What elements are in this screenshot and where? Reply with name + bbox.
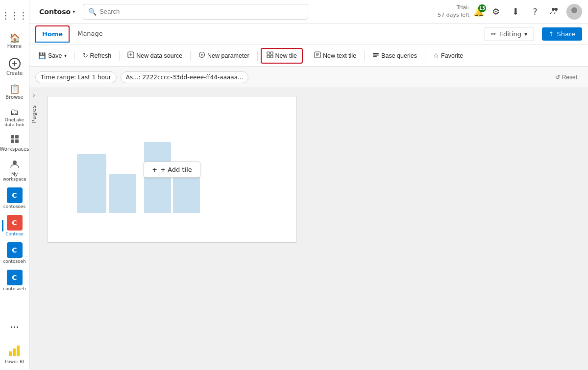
sidebar-item-label: OneLake data hub bbox=[4, 117, 25, 127]
svg-point-4 bbox=[13, 161, 17, 164]
svg-rect-21 bbox=[373, 56, 377, 57]
sidebar-item-create[interactable]: + Create bbox=[2, 55, 27, 78]
svg-point-8 bbox=[552, 8, 555, 11]
sidebar-item-contosoeh2[interactable]: C contosoeh bbox=[2, 268, 27, 293]
settings-button[interactable]: ⚙ bbox=[488, 4, 504, 20]
tab-manage[interactable]: Manage bbox=[70, 25, 111, 43]
refresh-label: Refresh bbox=[90, 52, 112, 59]
sidebar-item-grid[interactable]: ⋮⋮⋮ bbox=[2, 4, 27, 27]
new-tile-label: New tile bbox=[275, 52, 297, 59]
pages-chevron-icon: › bbox=[33, 92, 35, 99]
favorite-button[interactable]: ☆ Favorite bbox=[428, 48, 468, 64]
new-tile-icon bbox=[267, 51, 273, 60]
sidebar-item-label: Contoso bbox=[5, 231, 24, 236]
content-area: › Pages bbox=[29, 88, 588, 370]
download-icon: ⬇ bbox=[512, 6, 519, 17]
base-queries-button[interactable]: Base queries bbox=[368, 48, 422, 64]
base-queries-label: Base queries bbox=[381, 52, 417, 59]
sidebar-item-workspaces[interactable]: Workspaces bbox=[2, 131, 27, 155]
share-icon: ↑ bbox=[549, 30, 554, 38]
save-icon: 💾 bbox=[38, 52, 46, 59]
svg-rect-16 bbox=[267, 55, 270, 58]
page-header: Home Manage ✏ Editing ▾ ↑ Share bbox=[29, 23, 588, 45]
svg-rect-14 bbox=[267, 52, 270, 54]
sidebar-item-home[interactable]: 🏠 Home bbox=[2, 29, 27, 53]
download-button[interactable]: ⬇ bbox=[508, 4, 523, 20]
sidebar-item-label: contosoes bbox=[3, 204, 26, 209]
new-data-source-button[interactable]: New data source bbox=[122, 48, 187, 64]
tab-home-label: Home bbox=[42, 30, 63, 38]
contoso-avatar: C bbox=[7, 215, 23, 231]
new-parameter-icon bbox=[198, 51, 205, 60]
time-range-filter[interactable]: Time range: Last 1 hour bbox=[35, 71, 117, 83]
tab-home[interactable]: Home bbox=[35, 25, 70, 43]
svg-rect-19 bbox=[373, 53, 379, 54]
reset-icon: ↺ bbox=[555, 74, 560, 81]
share-label: Share bbox=[557, 30, 575, 38]
reset-label: Reset bbox=[562, 74, 577, 81]
trial-badge: Trial: 57 days left bbox=[438, 4, 469, 19]
user-avatar[interactable] bbox=[566, 4, 582, 20]
workspaces-icon bbox=[10, 134, 20, 145]
svg-rect-6 bbox=[13, 348, 16, 356]
toolbar-divider-7 bbox=[425, 51, 425, 61]
powerbi-icon bbox=[7, 343, 23, 358]
settings-icon: ⚙ bbox=[492, 6, 500, 17]
svg-point-9 bbox=[555, 8, 558, 11]
svg-rect-0 bbox=[11, 135, 14, 139]
sidebar: ⋮⋮⋮ 🏠 Home + Create 📋 Browse 🗂 OneLake d… bbox=[0, 0, 29, 370]
home-icon: 🏠 bbox=[9, 34, 20, 43]
contosoeh2-avatar: C bbox=[7, 270, 23, 285]
main-content: Contoso ▾ 🔍 Trial: 57 days left 🔔 15 ⚙ ⬇ bbox=[29, 0, 588, 370]
svg-rect-20 bbox=[373, 55, 379, 56]
reset-button[interactable]: ↺ Reset bbox=[550, 72, 582, 83]
share-people-button[interactable] bbox=[547, 4, 563, 20]
toolbar-divider-4 bbox=[257, 51, 258, 61]
workspace-selector[interactable]: Contoso ▾ bbox=[35, 6, 79, 18]
sidebar-more[interactable]: ••• bbox=[2, 315, 27, 339]
sidebar-item-label: Home bbox=[7, 44, 22, 49]
refresh-button[interactable]: ↻ Refresh bbox=[78, 48, 117, 64]
svg-rect-7 bbox=[17, 346, 20, 356]
sidebar-item-browse[interactable]: 📋 Browse bbox=[2, 80, 27, 104]
myworkspace-icon bbox=[9, 159, 20, 171]
help-button[interactable]: ? bbox=[527, 4, 543, 20]
dashboard-canvas: + + Add tile bbox=[47, 96, 297, 243]
search-input[interactable] bbox=[99, 8, 303, 15]
share-button[interactable]: ↑ Share bbox=[542, 27, 582, 41]
chart-bar-1 bbox=[77, 154, 106, 213]
toolbar-divider-3 bbox=[190, 51, 191, 61]
pages-panel[interactable]: › Pages bbox=[29, 88, 39, 370]
sidebar-item-label: Create bbox=[6, 70, 23, 76]
search-box[interactable]: 🔍 bbox=[83, 4, 308, 20]
workspace-name: Contoso bbox=[39, 8, 71, 16]
svg-rect-5 bbox=[9, 351, 12, 356]
editing-button[interactable]: ✏ Editing ▾ bbox=[485, 27, 534, 41]
sidebar-item-label: My workspace bbox=[2, 172, 26, 182]
add-tile-label: + Add tile bbox=[160, 166, 192, 173]
notification-button[interactable]: 🔔 15 bbox=[473, 6, 484, 17]
toolbar: 💾 Save ▾ ↻ Refresh New data source New p… bbox=[29, 45, 588, 67]
sidebar-item-onelake[interactable]: 🗂 OneLake data hub bbox=[2, 106, 27, 129]
sidebar-item-label: contosoeh bbox=[3, 259, 26, 264]
new-tile-button[interactable]: New tile bbox=[261, 48, 303, 64]
dashboard-area: + + Add tile bbox=[39, 88, 588, 370]
svg-rect-15 bbox=[270, 52, 273, 54]
help-icon: ? bbox=[533, 6, 538, 17]
notification-count: 15 bbox=[478, 4, 486, 12]
chart-bar-3 bbox=[144, 142, 171, 213]
save-button[interactable]: 💾 Save ▾ bbox=[33, 48, 72, 64]
sidebar-item-myworkspace[interactable]: My workspace bbox=[2, 157, 27, 184]
sidebar-powerbi[interactable]: Power BI bbox=[2, 341, 27, 366]
asset-filter[interactable]: As...: 2222cccc-33dd-eeee-ff44-aaaaa... bbox=[121, 71, 249, 83]
new-text-tile-label: New text tile bbox=[323, 52, 356, 59]
add-tile-button[interactable]: + + Add tile bbox=[144, 162, 200, 178]
new-parameter-button[interactable]: New parameter bbox=[194, 48, 254, 64]
new-text-tile-button[interactable]: New text tile bbox=[309, 48, 361, 64]
sidebar-item-contoso[interactable]: C Contoso bbox=[2, 213, 27, 238]
new-data-source-label: New data source bbox=[136, 52, 182, 59]
sidebar-item-contosoeh1[interactable]: C contosoeh bbox=[2, 240, 27, 266]
filter-bar: Time range: Last 1 hour As...: 2222cccc-… bbox=[29, 67, 588, 88]
onelake-icon: 🗂 bbox=[10, 108, 19, 116]
sidebar-item-contosoes[interactable]: C contosoes bbox=[2, 185, 27, 211]
